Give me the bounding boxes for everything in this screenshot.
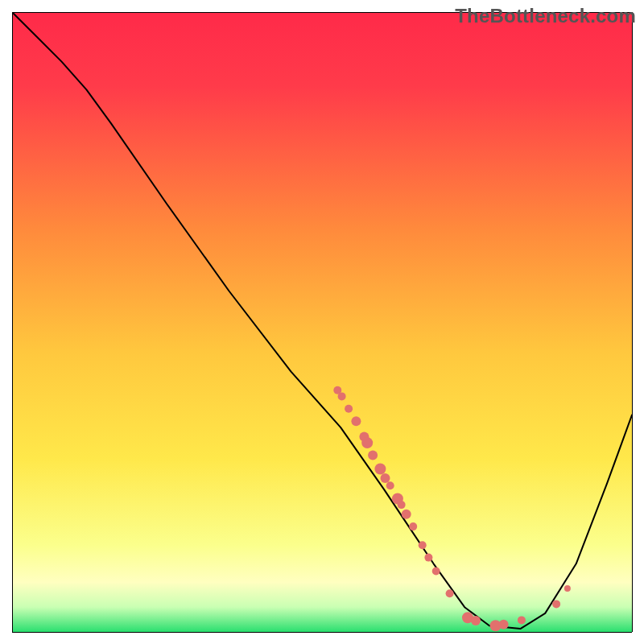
data-marker	[409, 522, 417, 530]
chart-svg	[0, 0, 644, 644]
watermark-text: TheBottleneck.com	[455, 5, 636, 27]
data-marker	[471, 616, 481, 625]
data-marker	[432, 568, 440, 576]
data-marker	[424, 554, 432, 562]
data-marker	[518, 616, 526, 624]
data-marker	[402, 510, 411, 519]
data-marker	[552, 600, 560, 608]
data-marker	[419, 541, 427, 549]
chart-container: TheBottleneck.com	[0, 0, 644, 644]
data-marker	[386, 481, 394, 489]
data-marker	[368, 451, 378, 460]
data-marker	[374, 464, 386, 475]
data-marker	[499, 620, 509, 630]
data-marker	[338, 392, 346, 400]
data-marker	[446, 589, 454, 597]
data-marker	[564, 585, 571, 592]
data-marker	[398, 501, 406, 509]
data-marker	[345, 405, 353, 413]
data-marker	[361, 437, 373, 448]
data-marker	[351, 416, 361, 426]
data-marker	[381, 473, 390, 483]
plot-background	[12, 12, 632, 632]
